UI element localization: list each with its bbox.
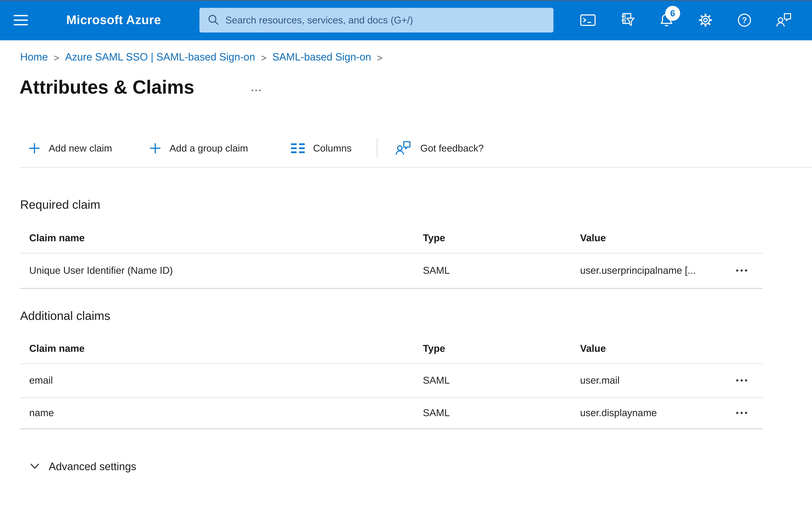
- azure-portal-window: Microsoft Azure Search resources, servic…: [0, 0, 812, 514]
- row-ellipsis-menu[interactable]: •••: [728, 363, 757, 397]
- feedback-icon[interactable]: [776, 12, 791, 28]
- search-icon: [208, 15, 219, 26]
- columns-icon: [291, 143, 304, 153]
- notification-badge[interactable]: 6: [665, 5, 680, 21]
- row-ellipsis-menu[interactable]: •••: [728, 253, 757, 288]
- got-feedback-button[interactable]: Got feedback?: [395, 136, 484, 160]
- row-ellipsis-menu[interactable]: •••: [728, 397, 757, 429]
- claim-name-cell[interactable]: Unique User Identifier (Name ID): [29, 253, 173, 288]
- add-new-claim-button[interactable]: Add new claim: [29, 136, 112, 160]
- command-bar: Add new claim Add a group claim Columns: [0, 136, 812, 160]
- table-divider: [20, 429, 763, 430]
- plus-icon: [29, 142, 40, 154]
- gear-icon[interactable]: [698, 12, 713, 28]
- search-placeholder: Search resources, services, and docs (G+…: [225, 15, 413, 26]
- title-overflow-menu[interactable]: •••: [252, 87, 263, 93]
- claim-value-cell: user.displayname: [580, 397, 657, 429]
- advanced-settings-toggle[interactable]: Advanced settings: [30, 456, 136, 476]
- breadcrumb-separator: >: [377, 52, 382, 63]
- columns-button[interactable]: Columns: [291, 136, 352, 160]
- table-divider: [20, 363, 763, 364]
- add-group-claim-label: Add a group claim: [170, 142, 248, 154]
- column-header-type: Type: [423, 341, 445, 356]
- claim-type-cell: SAML: [423, 363, 450, 397]
- columns-label: Columns: [313, 142, 352, 154]
- claim-name-cell[interactable]: name: [29, 397, 54, 429]
- required-claim-heading: Required claim: [20, 198, 100, 212]
- breadcrumb-link-signon[interactable]: SAML-based Sign-on: [272, 51, 371, 63]
- breadcrumb-link-home[interactable]: Home: [20, 51, 48, 63]
- additional-claims-heading: Additional claims: [20, 309, 110, 323]
- add-new-claim-label: Add new claim: [49, 142, 112, 154]
- svg-text:?: ?: [742, 16, 747, 25]
- got-feedback-label: Got feedback?: [420, 142, 484, 154]
- table-divider: [20, 288, 763, 289]
- breadcrumb-link-app[interactable]: Azure SAML SSO | SAML-based Sign-on: [65, 51, 255, 63]
- column-header-value: Value: [580, 231, 606, 245]
- claim-value-cell: user.userprincipalname [...: [580, 253, 696, 288]
- claim-name-cell[interactable]: email: [29, 363, 53, 397]
- claim-type-cell: SAML: [423, 253, 450, 288]
- directory-filter-icon[interactable]: [620, 12, 635, 28]
- claim-type-cell: SAML: [423, 397, 450, 429]
- column-header-value: Value: [580, 341, 606, 356]
- column-header-type: Type: [423, 231, 445, 245]
- add-group-claim-button[interactable]: Add a group claim: [149, 136, 248, 160]
- window-top-edge: [0, 0, 812, 0]
- toolbar-separator: [377, 138, 377, 157]
- breadcrumb-separator: >: [261, 52, 266, 63]
- column-header-claim-name: Claim name: [29, 231, 85, 245]
- cloud-shell-icon[interactable]: [580, 12, 596, 28]
- claim-value-cell: user.mail: [580, 363, 619, 397]
- toolbar-divider: [20, 167, 812, 168]
- search-input[interactable]: Search resources, services, and docs (G+…: [199, 8, 553, 32]
- column-header-claim-name: Claim name: [29, 341, 85, 356]
- hamburger-icon[interactable]: [13, 15, 28, 26]
- advanced-settings-label: Advanced settings: [49, 460, 136, 472]
- page-title: Attributes & Claims: [20, 77, 194, 98]
- help-icon[interactable]: ?: [737, 12, 752, 28]
- chevron-down-icon: [30, 463, 40, 469]
- feedback-icon: [395, 140, 412, 156]
- brand-title[interactable]: Microsoft Azure: [66, 0, 161, 40]
- breadcrumb: Home > Azure SAML SSO | SAML-based Sign-…: [20, 51, 382, 63]
- top-app-bar: Microsoft Azure Search resources, servic…: [0, 0, 812, 40]
- plus-icon: [149, 142, 161, 154]
- breadcrumb-separator: >: [54, 52, 59, 63]
